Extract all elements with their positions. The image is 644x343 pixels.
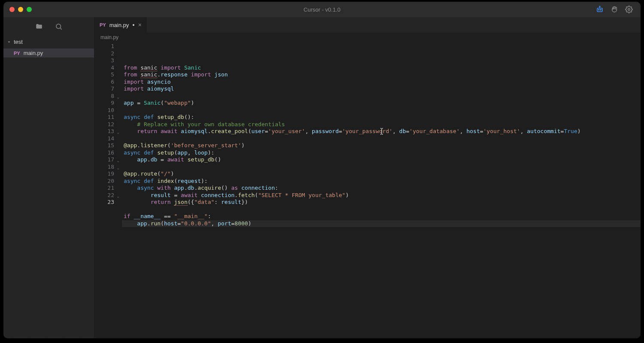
- code-line[interactable]: [122, 93, 641, 100]
- fold-chevron-icon[interactable]: ⌄: [117, 129, 119, 136]
- code-line[interactable]: async with app.db.acquire() as connectio…: [122, 185, 641, 192]
- window-controls: [3, 7, 32, 12]
- fold-chevron-icon[interactable]: ⌄: [117, 164, 119, 172]
- code-line[interactable]: # Replace with your own database credent…: [122, 121, 641, 128]
- folder-name: test: [14, 39, 23, 45]
- code-line[interactable]: app.db = await setup_db(): [122, 156, 641, 164]
- tree-item-label: main.py: [24, 50, 43, 56]
- code-editor[interactable]: 12345678⌄910111213⌄14151617⌄18⌄19202122⌄…: [94, 42, 641, 338]
- sidebar-icon-row: [3, 17, 94, 36]
- fold-chevron-icon[interactable]: ⌄: [117, 193, 119, 200]
- tab-main-py[interactable]: PY main.py ● ×: [94, 17, 147, 33]
- line-number: 21: [94, 185, 114, 192]
- python-badge-icon: PY: [100, 22, 106, 27]
- code-line[interactable]: import asyncio: [122, 79, 641, 86]
- svg-point-1: [598, 9, 599, 10]
- code-line[interactable]: @app.route("/"): [122, 170, 641, 178]
- line-number: 22⌄: [94, 192, 114, 199]
- code-line[interactable]: async def setup(app, loop):: [122, 149, 641, 157]
- line-number: 11: [94, 114, 114, 121]
- tab-filename: main.py: [109, 22, 129, 28]
- close-icon[interactable]: ×: [138, 22, 142, 28]
- line-number: 15: [94, 142, 114, 149]
- gear-icon[interactable]: [625, 6, 633, 13]
- line-number: 17⌄: [94, 156, 114, 164]
- titlebar-actions: [596, 6, 641, 13]
- code-line[interactable]: @app.listener('before_server_start'): [122, 142, 641, 149]
- code-line[interactable]: from sanic import Sanic: [122, 64, 641, 72]
- code-line[interactable]: result = await connection.fetch("SELECT …: [122, 192, 641, 199]
- line-number: 19: [94, 170, 114, 178]
- code-line[interactable]: app.run(host="0.0.0.0", port=8000): [122, 220, 641, 228]
- python-badge-icon: PY: [14, 51, 20, 56]
- code-line[interactable]: async def setup_db():: [122, 114, 641, 121]
- sidebar: test PYmain.py: [3, 17, 94, 338]
- file-tree: PYmain.py: [3, 48, 94, 58]
- editor-column: PY main.py ● × main.py 12345678⌄91011121…: [94, 17, 641, 338]
- line-number: 12: [94, 121, 114, 128]
- code-line[interactable]: app = Sanic("webapp"): [122, 100, 641, 107]
- line-number: 6: [94, 79, 114, 86]
- line-number: 16: [94, 149, 114, 157]
- fold-chevron-icon[interactable]: ⌄: [117, 94, 119, 101]
- fold-chevron-icon[interactable]: ⌄: [117, 157, 119, 164]
- line-number: 5: [94, 71, 114, 79]
- breadcrumb[interactable]: main.py: [94, 33, 641, 42]
- svg-rect-0: [597, 8, 602, 12]
- chevron-down-icon: [7, 39, 11, 45]
- titlebar: Cursor - v0.1.0: [3, 2, 641, 17]
- line-number-gutter: 12345678⌄910111213⌄14151617⌄18⌄19202122⌄…: [94, 42, 122, 338]
- code-content[interactable]: from sanic import Sanicfrom sanic.respon…: [122, 42, 641, 338]
- line-number: 3: [94, 57, 114, 64]
- line-number: 10: [94, 107, 114, 114]
- line-number: 7: [94, 85, 114, 93]
- code-line[interactable]: if __name__ == "__main__":: [122, 213, 641, 220]
- robot-icon[interactable]: [596, 6, 604, 13]
- code-line[interactable]: [122, 206, 641, 213]
- maximize-window-button[interactable]: [27, 7, 32, 12]
- code-line[interactable]: [122, 164, 641, 171]
- line-number: 23: [94, 199, 114, 206]
- line-number: 13⌄: [94, 128, 114, 135]
- code-line[interactable]: [122, 135, 641, 143]
- svg-point-6: [56, 24, 61, 29]
- line-number: 2: [94, 50, 114, 58]
- line-number: 14: [94, 135, 114, 143]
- code-line[interactable]: return json({"data": result}): [122, 199, 641, 206]
- main-area: test PYmain.py PY main.py ● × main.py 12…: [3, 17, 641, 338]
- line-number: 18⌄: [94, 164, 114, 171]
- line-number: 20: [94, 178, 114, 185]
- folder-icon[interactable]: [35, 23, 43, 30]
- line-number: 4: [94, 64, 114, 72]
- search-icon[interactable]: [55, 23, 63, 30]
- window-title: Cursor - v0.1.0: [304, 6, 340, 13]
- svg-line-7: [60, 28, 61, 29]
- tab-dirty-indicator: ●: [132, 23, 134, 27]
- folder-header[interactable]: test: [3, 36, 94, 48]
- code-line[interactable]: return await aiomysql.create_pool(user='…: [122, 128, 641, 135]
- close-window-button[interactable]: [9, 7, 15, 12]
- code-line[interactable]: from sanic.response import json: [122, 71, 641, 79]
- svg-point-5: [628, 9, 630, 11]
- wave-icon[interactable]: [611, 6, 618, 13]
- line-number: 9: [94, 100, 114, 107]
- code-line[interactable]: import aiomysql: [122, 85, 641, 93]
- svg-point-2: [600, 9, 601, 10]
- svg-point-4: [599, 6, 600, 7]
- line-number: 8⌄: [94, 93, 114, 100]
- code-line[interactable]: [122, 107, 641, 114]
- minimize-window-button[interactable]: [18, 7, 23, 12]
- code-line[interactable]: async def index(request):: [122, 178, 641, 185]
- line-number: 1: [94, 43, 114, 50]
- tab-bar: PY main.py ● ×: [94, 17, 641, 33]
- tree-item-main-py[interactable]: PYmain.py: [3, 49, 94, 58]
- app-window: Cursor - v0.1.0: [3, 2, 641, 338]
